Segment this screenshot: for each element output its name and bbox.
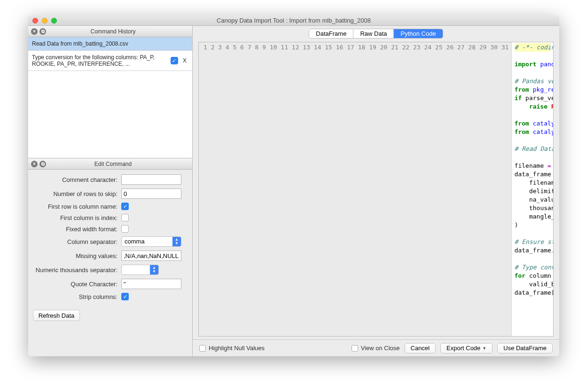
export-code-label: Export Code <box>446 345 480 352</box>
fixed-width-checkbox[interactable] <box>121 225 129 233</box>
tab-dataframe[interactable]: DataFrame <box>309 29 353 38</box>
code-content[interactable]: # -*- coding: utf-8 -*- import pandas as… <box>512 42 553 336</box>
chevron-updown-icon: ▲▼ <box>150 265 158 274</box>
delete-history-button[interactable]: X <box>181 57 188 64</box>
window-title: Canopy Data Import Tool : Import from ml… <box>28 17 559 24</box>
history-item[interactable]: Read Data from mlb_batting_2008.csv <box>28 37 192 51</box>
line-gutter: 1 2 3 4 5 6 7 8 9 10 11 12 13 14 15 16 1… <box>199 42 512 336</box>
dock-panel-icon[interactable]: ⧉ <box>39 161 46 167</box>
missing-values-label: Missing values: <box>33 252 117 259</box>
main-window: Canopy Data Import Tool : Import from ml… <box>28 16 559 356</box>
view-on-close-checkbox[interactable] <box>352 345 358 352</box>
chevron-down-icon: ▼ <box>482 346 486 351</box>
first-col-index-checkbox[interactable] <box>121 214 129 221</box>
maximize-icon[interactable] <box>51 18 57 24</box>
tabs: DataFrame Raw Data Python Code <box>193 26 559 39</box>
export-code-button[interactable]: Export Code ▼ <box>440 343 492 353</box>
command-history-title: Command History <box>31 28 195 35</box>
missing-values-input[interactable] <box>121 251 181 261</box>
history-item-label: Read Data from mlb_batting_2008.csv <box>32 40 188 47</box>
command-history-header: × ⧉ Command History <box>28 26 192 37</box>
tab-raw-data[interactable]: Raw Data <box>353 29 394 38</box>
col-sep-label: Column separator: <box>33 238 117 245</box>
minimize-icon[interactable] <box>42 18 47 24</box>
first-row-colname-checkbox[interactable]: ✓ <box>121 203 129 210</box>
titlebar: Canopy Data Import Tool : Import from ml… <box>28 16 559 26</box>
first-row-colname-label: First row is column name: <box>33 203 117 210</box>
history-item[interactable]: Type conversion for the following column… <box>28 51 192 71</box>
thousands-sep-select[interactable]: ▲▼ <box>121 265 159 275</box>
right-panel: DataFrame Raw Data Python Code 1 2 3 4 5… <box>193 26 559 356</box>
col-sep-value: comma <box>122 237 172 246</box>
close-panel-icon[interactable]: × <box>31 28 38 35</box>
comment-char-label: Comment character: <box>33 176 117 183</box>
first-col-index-label: First column is index: <box>33 214 117 221</box>
footer-bar: Highlight Null Values View on Close Canc… <box>193 339 559 356</box>
quote-char-input[interactable] <box>121 279 181 289</box>
chevron-updown-icon: ▲▼ <box>172 237 181 246</box>
thousands-sep-label: Numeric thousands separator: <box>33 267 117 274</box>
code-editor[interactable]: 1 2 3 4 5 6 7 8 9 10 11 12 13 14 15 16 1… <box>198 42 554 337</box>
edit-command-header: × ⧉ Edit Command <box>28 158 192 170</box>
close-icon[interactable] <box>32 18 38 24</box>
fixed-width-label: Fixed width format: <box>33 226 117 233</box>
strip-columns-label: Strip columns: <box>33 293 117 300</box>
checkmark-icon[interactable]: ✓ <box>171 57 178 64</box>
use-dataframe-button[interactable]: Use DataFrame <box>497 343 553 353</box>
tab-python-code[interactable]: Python Code <box>394 29 442 38</box>
left-panel: × ⧉ Command History Read Data from mlb_b… <box>28 26 193 356</box>
history-item-label: Type conversion for the following column… <box>32 54 168 67</box>
dock-panel-icon[interactable]: ⧉ <box>39 28 46 35</box>
command-history-list: Read Data from mlb_batting_2008.csv Type… <box>28 37 192 158</box>
comment-char-input[interactable] <box>121 174 181 185</box>
thousands-sep-value <box>122 265 150 274</box>
edit-command-title: Edit Command <box>31 161 195 167</box>
strip-columns-checkbox[interactable]: ✓ <box>121 293 129 300</box>
skip-rows-input[interactable] <box>121 188 181 199</box>
highlight-null-checkbox[interactable] <box>199 345 206 352</box>
col-sep-select[interactable]: comma ▲▼ <box>121 236 181 247</box>
close-panel-icon[interactable]: × <box>31 161 38 167</box>
quote-char-label: Quote Character: <box>33 281 117 288</box>
view-on-close-label: View on Close <box>361 345 400 352</box>
cancel-button[interactable]: Cancel <box>405 343 436 353</box>
highlight-null-label: Highlight Null Values <box>209 345 265 352</box>
edit-command-form: Comment character: Number of rows to ski… <box>28 170 192 356</box>
skip-rows-label: Number of rows to skip: <box>33 190 117 197</box>
refresh-data-button[interactable]: Refresh Data <box>33 310 80 321</box>
